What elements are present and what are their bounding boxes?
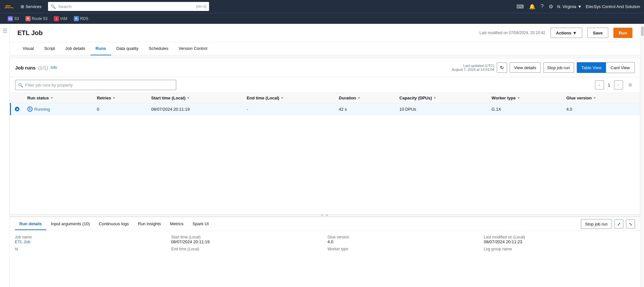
stop-job-run-button[interactable]: Stop job run: [543, 62, 574, 73]
prev-page-button[interactable]: ‹: [595, 80, 604, 89]
page-header: ETL Job Last modified on 07/08/2024, 20:…: [10, 24, 640, 42]
detail-start-time: Start time (Local) 08/07/2024 20:11:19: [171, 235, 322, 244]
favorite-iam[interactable]: I IAM: [51, 15, 70, 23]
iam-label: IAM: [60, 16, 67, 21]
scrollbar-thumb[interactable]: [641, 26, 644, 36]
side-scrollbar[interactable]: [640, 24, 644, 287]
row-retries-cell: 0: [93, 103, 148, 115]
col-duration[interactable]: Duration ▼: [335, 93, 396, 103]
save-button[interactable]: Save: [587, 28, 608, 38]
svg-text:aws: aws: [5, 4, 11, 7]
tab-runs[interactable]: Runs: [91, 42, 111, 55]
stop-job-bottom-button[interactable]: Stop job run: [581, 219, 612, 229]
table-header-row: Run status ▼ Retries ▼: [11, 93, 640, 103]
page-title: ETL Job: [17, 29, 474, 37]
column-settings-button[interactable]: ⚙: [626, 80, 635, 89]
route53-badge: R: [25, 16, 31, 21]
job-runs-header: Job runs (1/1) Info Last updated (UTC) A…: [10, 58, 640, 77]
favorites-bar: S3 S3 R Route 53 I IAM R RDS: [0, 13, 644, 24]
bottom-tab-continuous-logs[interactable]: Continuous logs: [94, 218, 133, 230]
rds-badge: R: [74, 16, 79, 21]
sort-icon-duration: ▼: [357, 96, 360, 100]
search-icon: 🔍: [51, 4, 56, 9]
detail-last-modified: Last modified on (Local) 08/07/2024 20:1…: [484, 235, 635, 244]
pagination: ‹ 1 ›: [595, 80, 623, 89]
sort-icon-status: ▼: [50, 96, 53, 100]
grid-icon: ⊞: [21, 4, 24, 9]
sort-icon-worker: ▼: [517, 96, 520, 100]
search-input[interactable]: [58, 4, 193, 9]
bottom-tabs: Run details Input arguments (10) Continu…: [10, 217, 640, 231]
filter-input-wrap[interactable]: 🔍: [15, 80, 176, 90]
table-view-button[interactable]: Table View: [577, 62, 606, 73]
card-view-button[interactable]: Card View: [606, 62, 634, 73]
detail-job-name-value[interactable]: ETL Job: [15, 239, 166, 244]
tab-version-control[interactable]: Version Control: [173, 42, 212, 55]
row-worker-type-cell: G.1X: [488, 103, 562, 115]
detail-end-time: End time (Local): [171, 247, 322, 251]
row-glue-version-cell: 4.0: [562, 103, 640, 115]
bottom-tab-spark-ui[interactable]: Spark UI: [188, 218, 213, 230]
bottom-tab-input-args[interactable]: Input arguments (10): [46, 218, 94, 230]
iam-badge: I: [54, 16, 59, 21]
terminal-icon[interactable]: ⌨: [516, 4, 524, 10]
col-run-status[interactable]: Run status ▼: [24, 93, 93, 103]
sidebar-toggle[interactable]: ☰: [0, 24, 10, 287]
bottom-tab-metrics[interactable]: Metrics: [166, 218, 188, 230]
expand-icon-button[interactable]: ⤢: [614, 219, 623, 228]
favorite-rds[interactable]: R RDS: [71, 15, 91, 23]
radio-selected: [15, 107, 19, 111]
page-number: 1: [605, 83, 613, 88]
bottom-actions: Stop job run ⤢ ⤡: [581, 217, 635, 231]
detail-job-name: Job name ETL Job: [15, 235, 166, 244]
help-icon[interactable]: ?: [541, 4, 543, 9]
refresh-button[interactable]: ↻: [497, 62, 507, 73]
rds-label: RDS: [80, 16, 88, 21]
top-navigation: aws ⊞ Services 🔍 [Alt+S] ⌨ 🔔 ? ⚙ N. Virg…: [0, 0, 644, 13]
col-end-time[interactable]: End time (Local) ▼: [243, 93, 335, 103]
row-select-cell[interactable]: [11, 103, 24, 115]
sort-icon-glue: ▼: [593, 96, 596, 100]
bottom-panel: Run details Input arguments (10) Continu…: [10, 216, 640, 287]
table-row[interactable]: ↻ Running 0 08/07/2024 20:11:19 - 42 s 1…: [11, 103, 640, 115]
last-modified-text: Last modified on 07/08/2024, 20:10:42: [479, 31, 545, 35]
view-details-button[interactable]: View details: [510, 62, 540, 73]
row-capacity-cell: 10 DPUs: [396, 103, 488, 115]
tab-job-details[interactable]: Job details: [60, 42, 90, 55]
filter-input[interactable]: [25, 83, 173, 88]
run-button[interactable]: Run: [613, 28, 632, 38]
view-toggle: Table View Card View: [577, 62, 635, 73]
collapse-icon-button[interactable]: ⤡: [626, 219, 635, 228]
favorite-route53[interactable]: R Route 53: [23, 15, 50, 23]
actions-button[interactable]: Actions ▼: [551, 28, 582, 38]
main-layout: ☰ ETL Job Last modified on 07/08/2024, 2…: [0, 24, 644, 287]
s3-badge: S3: [8, 16, 13, 21]
settings-icon[interactable]: ⚙: [549, 4, 553, 10]
tab-data-quality[interactable]: Data quality: [111, 42, 144, 55]
last-updated-text: Last updated (UTC) August 7, 2024 at 14:…: [452, 64, 494, 71]
bell-icon[interactable]: 🔔: [529, 4, 535, 10]
search-bar[interactable]: 🔍 [Alt+S]: [48, 2, 209, 11]
col-retries[interactable]: Retries ▼: [93, 93, 148, 103]
col-glue-version[interactable]: Glue version ▼: [562, 93, 640, 103]
services-menu-button[interactable]: ⊞ Services: [18, 3, 44, 10]
col-worker-type[interactable]: Worker type ▼: [488, 93, 562, 103]
row-status-cell: ↻ Running: [24, 103, 93, 115]
col-start-time[interactable]: Start time (Local) ▼: [147, 93, 243, 103]
runs-panel: Job runs (1/1) Info Last updated (UTC) A…: [10, 58, 640, 214]
job-runs-table: Run status ▼ Retries ▼: [10, 93, 640, 115]
detail-last-modified-value: 08/07/2024 20:11:23: [484, 239, 635, 244]
info-link[interactable]: Info: [51, 65, 57, 70]
col-capacity[interactable]: Capacity (DPUs) ▼: [396, 93, 488, 103]
region-selector[interactable]: N. Virginia ▼: [557, 4, 582, 9]
main-tabs: Visual Script Job details Runs Data qual…: [10, 42, 640, 55]
bottom-tab-run-details[interactable]: Run details: [15, 218, 46, 230]
tab-visual[interactable]: Visual: [17, 42, 39, 55]
bottom-tab-run-insights[interactable]: Run insights: [133, 218, 166, 230]
next-page-button[interactable]: ›: [614, 80, 623, 89]
tab-script[interactable]: Script: [39, 42, 60, 55]
favorite-s3[interactable]: S3 S3: [5, 15, 22, 23]
account-label[interactable]: ElecSys Control And Solution: [586, 4, 640, 9]
aws-logo[interactable]: aws: [4, 3, 14, 10]
tab-schedules[interactable]: Schedules: [144, 42, 174, 55]
